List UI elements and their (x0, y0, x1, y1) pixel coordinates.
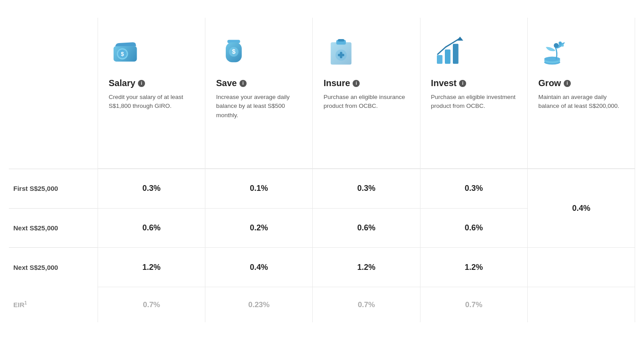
salary-header: $ Salary i Credit your salary of at leas… (98, 18, 205, 169)
grow-info-icon[interactable]: i (564, 80, 571, 87)
save-icon-area: $ (216, 31, 251, 71)
insure-header: Insure i Purchase an eligible insurance … (313, 18, 420, 169)
label-row-3: Next S$25,000 (9, 247, 98, 287)
grow-header: Grow i Maintain an average daily balance… (528, 18, 635, 169)
invest-rate-2: 0.6% (420, 208, 527, 248)
svg-rect-17 (445, 49, 451, 63)
wallet-icon: $ (110, 35, 142, 67)
salary-rate-3: 1.2% (98, 247, 205, 287)
invest-header: Invest i Purchase an eligible investment… (420, 18, 527, 169)
insure-icon-area (323, 31, 359, 71)
salary-rate-1: 0.3% (98, 169, 205, 208)
svg-rect-12 (338, 39, 344, 41)
grow-eir (528, 287, 635, 322)
invest-rate-3: 1.2% (420, 247, 527, 287)
save-title: Save i (216, 78, 247, 88)
eir-label: EIR1 (13, 300, 27, 308)
save-column: $ Save i Increase your average daily bal… (205, 18, 312, 322)
insure-desc: Purchase an eligible insurance product f… (323, 93, 409, 111)
svg-point-24 (558, 41, 562, 44)
plant-icon (540, 35, 572, 67)
save-rate-2: 0.2% (205, 208, 312, 248)
label-row-2: Next S$25,000 (9, 208, 98, 248)
invest-info-icon[interactable]: i (459, 80, 466, 87)
save-header: $ Save i Increase your average daily bal… (205, 18, 312, 169)
insure-rate-1: 0.3% (313, 169, 420, 208)
row-label-1: First S$25,000 (13, 185, 58, 192)
invest-column: Invest i Purchase an eligible investment… (420, 18, 527, 322)
save-eir: 0.23% (205, 287, 312, 322)
label-column: First S$25,000 Next S$25,000 Next S$25,0… (9, 18, 98, 322)
svg-marker-19 (457, 37, 463, 41)
invest-desc: Purchase an eligible investment product … (431, 93, 517, 111)
row-label-3: Next S$25,000 (13, 264, 58, 271)
invest-eir: 0.7% (420, 287, 527, 322)
insure-rate-2: 0.6% (313, 208, 420, 248)
label-row-1: First S$25,000 (9, 169, 98, 208)
insure-rate-3: 1.2% (313, 247, 420, 287)
save-desc: Increase your average daily balance by a… (216, 93, 302, 120)
invest-icon-area (431, 31, 467, 71)
grow-title: Grow i (538, 78, 571, 88)
svg-rect-16 (437, 55, 443, 64)
data-columns: $ Salary i Credit your salary of at leas… (98, 18, 635, 322)
grow-desc: Maintain an average daily balance of at … (538, 93, 624, 111)
invest-title: Invest i (431, 78, 467, 88)
grow-rate-merged: 0.4% (528, 169, 635, 247)
salary-rate-2: 0.6% (98, 208, 205, 248)
insure-eir: 0.7% (313, 287, 420, 322)
grow-icon-area (538, 31, 574, 71)
svg-text:$: $ (232, 48, 236, 55)
save-rate-1: 0.1% (205, 169, 312, 208)
insure-info-icon[interactable]: i (353, 80, 360, 87)
svg-text:$: $ (121, 51, 124, 57)
insure-title: Insure i (323, 78, 360, 88)
invest-rate-1: 0.3% (420, 169, 527, 208)
svg-rect-18 (453, 44, 459, 64)
grow-column: Grow i Maintain an average daily balance… (527, 18, 635, 322)
salary-info-icon[interactable]: i (138, 80, 145, 87)
label-header-spacer (9, 18, 98, 169)
salary-icon-area: $ (109, 31, 144, 71)
salary-column: $ Salary i Credit your salary of at leas… (98, 18, 205, 322)
grow-rate-3 (528, 247, 635, 287)
insure-column: Insure i Purchase an eligible insurance … (312, 18, 420, 322)
svg-point-23 (554, 43, 558, 48)
salary-title: Salary i (109, 78, 145, 88)
clipboard-icon (325, 35, 357, 67)
svg-point-22 (544, 57, 560, 62)
eir-superscript: 1 (24, 300, 27, 305)
save-info-icon[interactable]: i (240, 80, 247, 87)
salary-eir: 0.7% (98, 287, 205, 322)
piggybank-icon: $ (218, 35, 250, 67)
svg-point-25 (562, 44, 564, 47)
row-label-2: Next S$25,000 (13, 224, 58, 232)
salary-desc: Credit your salary of at least S$1,800 t… (109, 93, 194, 111)
eir-label-cell: EIR1 (9, 287, 98, 322)
save-rate-3: 0.4% (205, 247, 312, 287)
chart-icon (433, 35, 465, 67)
svg-rect-15 (338, 54, 344, 56)
